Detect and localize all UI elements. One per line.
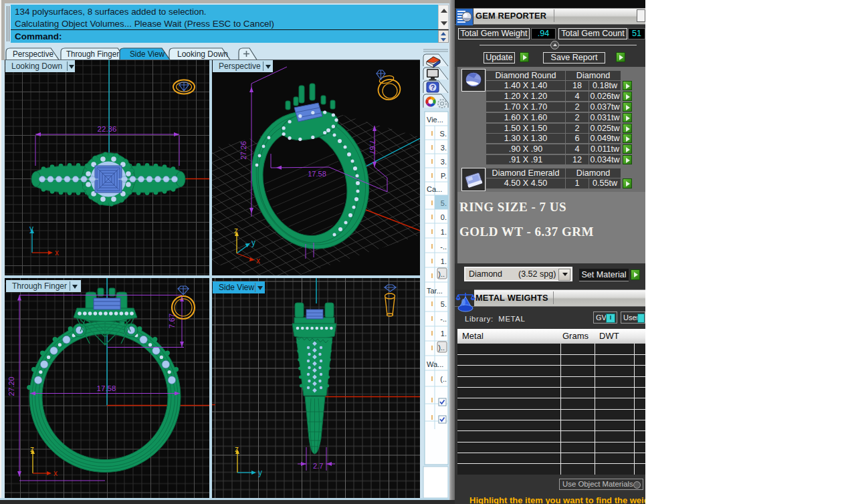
svg-text:7.67: 7.67 — [368, 140, 377, 154]
svg-text:Side View: Side View — [130, 49, 165, 59]
svg-text:S.: S. — [440, 130, 447, 138]
svg-text:17.58: 17.58 — [97, 384, 116, 392]
svg-text:-..: -.. — [440, 315, 447, 323]
svg-text:x: x — [54, 469, 58, 478]
svg-text:27.26: 27.26 — [239, 141, 247, 160]
svg-text:2.7: 2.7 — [313, 462, 323, 470]
svg-text:17.58: 17.58 — [308, 170, 326, 178]
svg-text:P.: P. — [441, 172, 447, 180]
svg-text:)..: ).. — [438, 344, 445, 352]
svg-text:22.36: 22.36 — [98, 125, 117, 133]
svg-text:x: x — [256, 256, 260, 265]
svg-text:0.: 0. — [441, 213, 447, 221]
svg-text:)..: ).. — [438, 270, 445, 278]
svg-text:Looking Down: Looking Down — [177, 49, 228, 59]
svg-text:3.: 3. — [441, 144, 447, 152]
svg-text:x: x — [55, 248, 59, 257]
svg-text:5.: 5. — [441, 199, 447, 207]
svg-text:?: ? — [431, 84, 435, 92]
svg-text:y: y — [258, 468, 262, 477]
svg-text:5.: 5. — [441, 300, 447, 308]
svg-text:Vie...: Vie... — [427, 116, 443, 124]
svg-text:Perspective: Perspective — [13, 49, 54, 59]
svg-text:Through Finger: Through Finger — [66, 49, 119, 59]
svg-text:3.: 3. — [441, 158, 447, 166]
svg-text:(..: (.. — [440, 375, 447, 383]
svg-text:y: y — [251, 238, 255, 247]
svg-text:1.: 1. — [441, 228, 447, 236]
svg-text:27.20: 27.20 — [7, 377, 15, 396]
svg-text:1.: 1. — [441, 330, 447, 338]
svg-text:-..: -.. — [440, 243, 447, 251]
svg-text:Wa...: Wa... — [427, 360, 443, 368]
svg-text:Tar...: Tar... — [427, 287, 443, 295]
svg-text:1.: 1. — [441, 257, 447, 265]
svg-text:Ca...: Ca... — [427, 185, 442, 193]
